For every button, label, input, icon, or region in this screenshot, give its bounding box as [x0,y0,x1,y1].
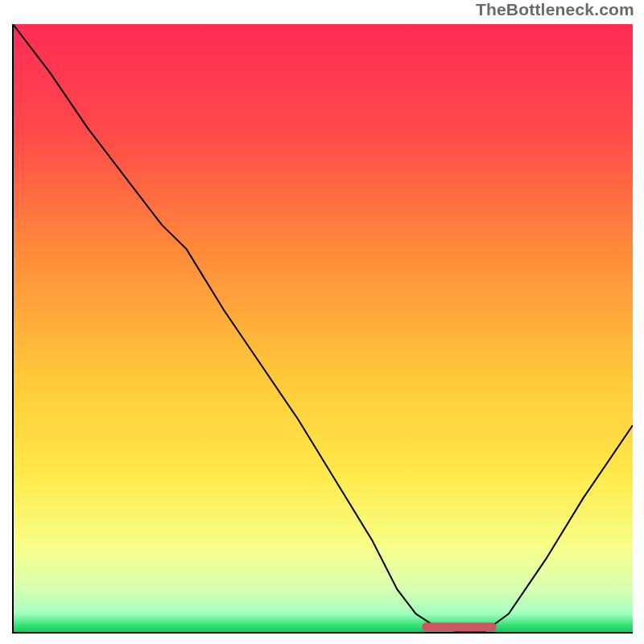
plot-area [11,24,633,634]
chart-container: TheBottleneck.com [0,0,644,644]
watermark-text: TheBottleneck.com [476,0,634,19]
gradient-background [13,24,633,632]
optimum-marker [422,623,496,632]
chart-svg [11,24,633,634]
